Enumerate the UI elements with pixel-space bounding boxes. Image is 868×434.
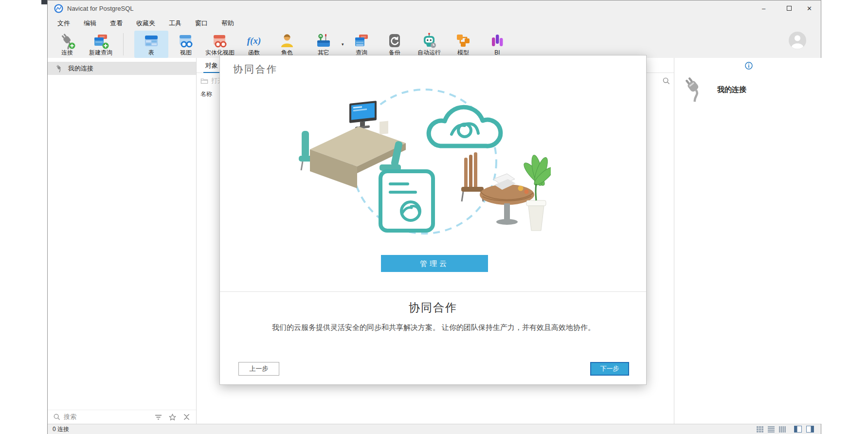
toolbar-view-label: 视图 bbox=[169, 49, 203, 56]
user-avatar[interactable] bbox=[788, 31, 807, 50]
plug-icon bbox=[55, 64, 63, 72]
minimize-button[interactable]: – bbox=[753, 0, 775, 16]
materialized-view-icon bbox=[211, 32, 229, 50]
toolbar-table-label: 表 bbox=[134, 49, 168, 56]
toolbar-table[interactable]: 表 bbox=[134, 31, 168, 58]
dialog-description: 我们的云服务提供灵活安全的同步和共享解决方案。 让你的团队保持生产力，并有效且高… bbox=[263, 322, 604, 334]
cloud-document bbox=[380, 171, 433, 231]
detail-view-icon[interactable] bbox=[779, 426, 786, 433]
details-panel: 我的连接 bbox=[674, 58, 821, 424]
function-icon: f(x) bbox=[247, 36, 261, 46]
right-panel-title: 我的连接 bbox=[717, 85, 746, 94]
connection-icon bbox=[58, 32, 76, 50]
menu-view[interactable]: 查看 bbox=[103, 18, 129, 29]
sidebar-search[interactable]: 搜索 bbox=[48, 410, 196, 424]
cloud-logo bbox=[429, 107, 501, 146]
toolbar-new-query-label: 新建查询 bbox=[84, 49, 118, 56]
connection-detail-header: 我的连接 bbox=[680, 77, 746, 102]
table-icon bbox=[143, 32, 160, 50]
role-icon bbox=[278, 32, 296, 50]
menu-tools[interactable]: 工具 bbox=[162, 18, 188, 29]
manage-cloud-button[interactable]: 管理云 bbox=[381, 255, 488, 272]
toolbar: 连接 新建查询 表 bbox=[48, 30, 821, 58]
others-icon bbox=[315, 32, 332, 50]
connections-sidebar: 我的连接 搜索 bbox=[48, 58, 197, 424]
model-icon bbox=[454, 32, 472, 50]
toolbar-connection-label: 连接 bbox=[50, 49, 84, 56]
close-button[interactable]: ✕ bbox=[798, 0, 820, 16]
info-icon[interactable] bbox=[745, 62, 753, 70]
toolbar-role[interactable]: 角色 bbox=[270, 31, 304, 58]
left-pane-toggle-icon[interactable] bbox=[794, 426, 802, 433]
menu-edit[interactable]: 编辑 bbox=[77, 18, 103, 29]
search-placeholder: 搜索 bbox=[64, 413, 148, 421]
menu-file[interactable]: 文件 bbox=[51, 18, 77, 29]
toolbar-connection[interactable]: 连接 bbox=[50, 31, 84, 58]
my-connection-label: 我的连接 bbox=[68, 64, 93, 73]
menubar: 文件 编辑 查看 收藏夹 工具 窗口 帮助 bbox=[48, 17, 821, 30]
sidebar-item-my-connection[interactable]: 我的连接 bbox=[48, 62, 196, 75]
toolbar-automation[interactable]: 自动运行 bbox=[412, 31, 446, 58]
view-icon bbox=[177, 32, 195, 50]
menu-window[interactable]: 窗口 bbox=[188, 18, 215, 29]
search-icon bbox=[54, 414, 60, 420]
navicat-logo-icon bbox=[54, 4, 63, 13]
dialog-header-title: 协同合作 bbox=[233, 63, 278, 76]
toolbar-separator bbox=[123, 33, 124, 55]
toolbar-bi[interactable]: BI bbox=[480, 31, 514, 58]
backup-icon bbox=[386, 32, 403, 50]
previous-step-button[interactable]: 上一步 bbox=[238, 362, 279, 376]
list-view-icon[interactable] bbox=[768, 426, 775, 433]
open-table-folder-icon bbox=[200, 77, 208, 84]
automation-icon bbox=[420, 32, 438, 50]
titlebar: Navicat for PostgreSQL bbox=[48, 0, 821, 17]
collaboration-dialog: 协同合作 bbox=[219, 55, 647, 385]
toolbar-function[interactable]: f(x) 函数 bbox=[237, 31, 271, 58]
name-column-header[interactable]: 名称 bbox=[200, 90, 212, 98]
grid-view-icon[interactable] bbox=[757, 426, 763, 433]
menu-favorites[interactable]: 收藏夹 bbox=[129, 18, 162, 29]
dialog-section-title: 协同合作 bbox=[220, 300, 646, 315]
dialog-divider bbox=[220, 291, 646, 292]
toolbar-others[interactable]: 其它 bbox=[307, 31, 341, 58]
toolbar-query[interactable]: 查询 bbox=[344, 31, 379, 58]
toolbar-model[interactable]: 模型 bbox=[446, 31, 480, 58]
maximize-icon bbox=[787, 6, 792, 11]
filter-icon[interactable] bbox=[155, 414, 162, 420]
plug-illustration-icon bbox=[680, 77, 710, 102]
toolbar-new-query[interactable]: 新建查询 bbox=[84, 31, 118, 58]
window-title: Navicat for PostgreSQL bbox=[67, 5, 134, 12]
statusbar: 0 连接 bbox=[48, 424, 821, 434]
maximize-button[interactable] bbox=[778, 0, 800, 16]
tab-objects[interactable]: 对象 bbox=[203, 60, 220, 73]
right-pane-toggle-icon[interactable] bbox=[806, 426, 814, 433]
menu-help[interactable]: 帮助 bbox=[215, 18, 241, 29]
new-query-icon bbox=[92, 32, 109, 50]
query-icon bbox=[353, 32, 370, 50]
cafe-scene bbox=[461, 152, 551, 231]
toolbar-backup[interactable]: 备份 bbox=[378, 31, 412, 58]
connection-count: 0 连接 bbox=[53, 425, 69, 434]
toolbar-materialized-view[interactable]: 实体化视图 bbox=[203, 31, 237, 58]
bi-icon bbox=[488, 32, 506, 50]
toolbar-view[interactable]: 视图 bbox=[169, 31, 203, 58]
collapse-all-icon[interactable] bbox=[183, 414, 190, 420]
others-dropdown-caret[interactable]: ▾ bbox=[342, 42, 344, 47]
next-step-button[interactable]: 下一步 bbox=[590, 362, 629, 376]
objects-search-icon[interactable] bbox=[663, 77, 670, 85]
collaboration-illustration bbox=[298, 84, 551, 235]
favorites-star-icon[interactable] bbox=[169, 414, 176, 421]
